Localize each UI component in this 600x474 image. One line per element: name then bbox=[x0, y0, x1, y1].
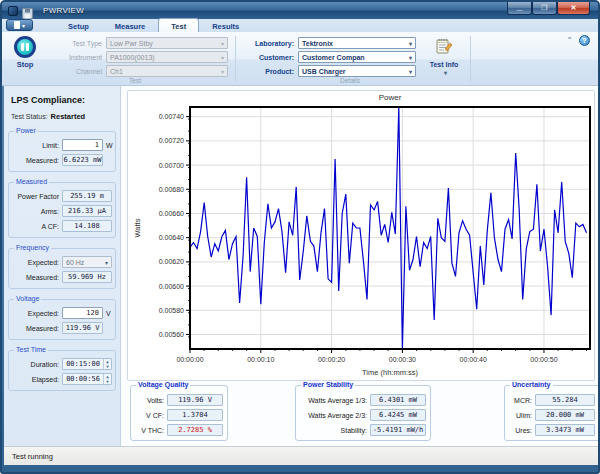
tab-setup[interactable]: Setup bbox=[55, 18, 102, 32]
tab-test[interactable]: Test bbox=[158, 18, 199, 32]
svg-text:0.00740: 0.00740 bbox=[159, 113, 184, 120]
tab-measure[interactable]: Measure bbox=[102, 18, 158, 32]
unit-label: W bbox=[103, 142, 112, 149]
document-icon bbox=[14, 21, 20, 29]
spinner-arrows-icon[interactable]: ▲▼ bbox=[103, 359, 111, 369]
vcf-label: V CF: bbox=[135, 412, 167, 419]
measured-group: Measured Power Factor 255.19 m Arms: 216… bbox=[8, 182, 116, 238]
chevron-down-icon bbox=[406, 68, 412, 75]
frequency-expected-dropdown[interactable]: 60 Hz bbox=[62, 256, 112, 268]
frequency-measured-value: 59.969 Hz bbox=[62, 271, 112, 283]
frequency-group: Frequency Expected: 60 Hz Measured: 59.9… bbox=[8, 248, 116, 289]
ures-value: 3.3473 mW bbox=[535, 424, 595, 436]
svg-text:0.00680: 0.00680 bbox=[159, 186, 184, 193]
power-limit-input[interactable]: 1 bbox=[62, 139, 103, 151]
window-controls bbox=[507, 2, 590, 15]
test-type-dropdown[interactable]: Low Pwr Stby bbox=[106, 37, 228, 49]
limit-label: Limit: bbox=[12, 142, 62, 149]
help-icon[interactable]: ? bbox=[579, 35, 590, 46]
ulim-label: Ulim: bbox=[509, 412, 535, 419]
power-chart-panel: Power0.005600.005800.006000.006200.00640… bbox=[127, 90, 595, 381]
volts-label: Volts: bbox=[135, 397, 167, 404]
customer-row: Customer: Customer Compan bbox=[240, 51, 416, 63]
vthc-value: 2.7285 % bbox=[167, 424, 223, 436]
mcr-label: MCR: bbox=[509, 397, 535, 404]
svg-text:0.00560: 0.00560 bbox=[159, 331, 184, 338]
channel-row: Channel Ch1 bbox=[44, 65, 228, 77]
channel-dropdown[interactable]: Ch1 bbox=[106, 65, 228, 77]
power-measured-value: 6.6223 mW bbox=[62, 154, 103, 166]
details-group-label: Details bbox=[52, 77, 600, 84]
duration-label: Duration: bbox=[12, 361, 62, 368]
x-axis-label: Time (hh:mm:ss) bbox=[362, 368, 418, 377]
power-chart: Power0.005600.005800.006000.006200.00640… bbox=[128, 91, 594, 380]
uncertainty-panel: Uncertainty MCR:55.284 Ulim:20.000 mW Ur… bbox=[504, 385, 600, 441]
spinner-arrows-icon[interactable]: ▲▼ bbox=[103, 374, 111, 384]
volts-value: 119.96 V bbox=[167, 394, 223, 406]
content-area: Power0.005600.005800.006000.006200.00640… bbox=[122, 86, 598, 450]
test-info-button[interactable]: Test Info bbox=[426, 37, 462, 77]
stability-label: Stability: bbox=[300, 427, 370, 434]
lps-compliance-panel: LPS Compliance: Test Status:Restarted Po… bbox=[4, 86, 121, 450]
svg-text:0.00640: 0.00640 bbox=[159, 234, 184, 241]
voltage-group: Voltage Expected: 120 V Measured: 119.96… bbox=[8, 299, 116, 340]
maximize-button[interactable] bbox=[532, 2, 557, 15]
main-area: LPS Compliance: Test Status:Restarted Po… bbox=[4, 86, 598, 450]
elapsed-spinner[interactable]: 00:00:56▲▼ bbox=[62, 373, 112, 385]
stop-button[interactable]: Stop bbox=[8, 36, 42, 69]
acf-label: A CF: bbox=[12, 223, 62, 230]
volt-measured-label: Measured: bbox=[12, 325, 62, 332]
svg-text:0.00620: 0.00620 bbox=[159, 258, 184, 265]
measured-label: Measured: bbox=[12, 157, 62, 164]
product-dropdown[interactable]: USB Charger bbox=[298, 65, 416, 77]
watts-avg-23-label: Watts Average 2/3: bbox=[300, 412, 370, 419]
chevron-down-icon bbox=[218, 40, 224, 47]
svg-text:00:00:50: 00:00:50 bbox=[530, 356, 557, 363]
volt-expected-label: Expected: bbox=[12, 310, 62, 317]
svg-text:0.00660: 0.00660 bbox=[159, 210, 184, 217]
power-group: Power Limit: 1 W Measured: 6.6223 mW bbox=[8, 131, 116, 172]
stability-value: -5.4191 mW/h bbox=[370, 424, 426, 436]
laboratory-dropdown[interactable]: Tektronix bbox=[298, 37, 416, 49]
ulim-value: 20.000 mW bbox=[535, 409, 595, 421]
notepad-pencil-icon bbox=[435, 37, 453, 55]
chevron-down-icon bbox=[406, 40, 412, 47]
mcr-value: 55.284 bbox=[535, 394, 595, 406]
instrument-row: Instrument PA1000(0013) bbox=[44, 51, 228, 63]
svg-text:00:00:10: 00:00:10 bbox=[247, 356, 274, 363]
file-menu-button[interactable]: ▾ bbox=[6, 19, 33, 31]
voltage-measured-value: 119.96 V bbox=[62, 322, 103, 334]
instrument-dropdown[interactable]: PA1000(0013) bbox=[106, 51, 228, 63]
ures-label: Ures: bbox=[509, 427, 535, 434]
test-status-label: Test Status: bbox=[11, 113, 48, 120]
chevron-down-icon bbox=[218, 54, 224, 61]
elapsed-label: Elapsed: bbox=[12, 376, 62, 383]
group-separator bbox=[235, 36, 236, 82]
chevron-down-icon bbox=[218, 68, 224, 75]
svg-text:00:00:20: 00:00:20 bbox=[318, 356, 345, 363]
laboratory-row: Laboratory: Tektronix bbox=[240, 37, 416, 49]
vthc-label: V THC: bbox=[135, 427, 167, 434]
ribbon: Stop Test Type Low Pwr Stby Instrument P… bbox=[2, 33, 598, 86]
svg-text:0.00580: 0.00580 bbox=[159, 307, 184, 314]
chevron-down-icon bbox=[406, 54, 412, 61]
ribbon-tab-row: ▾ Setup Measure Test Results bbox=[2, 19, 598, 33]
product-row: Product: USB Charger bbox=[240, 65, 416, 77]
duration-spinner[interactable]: 00:15:00▲▼ bbox=[62, 358, 112, 370]
app-icon bbox=[8, 6, 18, 16]
freq-measured-label: Measured: bbox=[12, 274, 62, 281]
watts-avg-23-value: 6.4245 mW bbox=[370, 409, 426, 421]
close-button[interactable] bbox=[557, 2, 590, 15]
panel-title: LPS Compliance: bbox=[4, 86, 120, 105]
power-stability-panel: Power Stability Watts Average 1/3:6.4301… bbox=[295, 385, 431, 441]
tab-results[interactable]: Results bbox=[199, 18, 252, 32]
svg-text:0.00700: 0.00700 bbox=[159, 162, 184, 169]
voltage-expected-input[interactable]: 120 bbox=[62, 307, 103, 319]
save-icon[interactable] bbox=[22, 5, 33, 16]
customer-dropdown[interactable]: Customer Compan bbox=[298, 51, 416, 63]
arms-value: 216.33 µA bbox=[62, 205, 112, 217]
collapse-ribbon-icon[interactable]: ⌃ bbox=[566, 36, 573, 45]
minimize-button[interactable] bbox=[507, 2, 532, 15]
power-factor-value: 255.19 m bbox=[62, 190, 112, 202]
power-factor-label: Power Factor bbox=[12, 193, 62, 200]
